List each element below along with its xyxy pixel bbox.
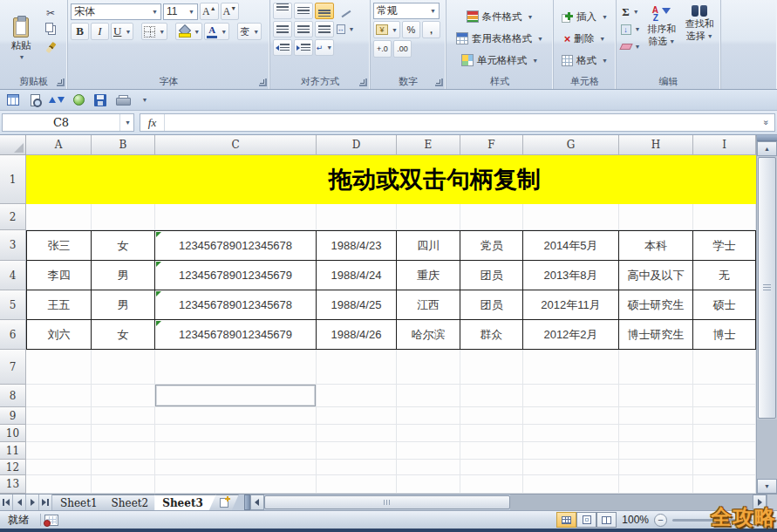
- cell-G11[interactable]: [523, 442, 619, 460]
- cell-C4[interactable]: 123456789012345679: [155, 261, 317, 290]
- alignment-dialog-launcher[interactable]: [359, 78, 367, 86]
- scroll-up-button[interactable]: ▲: [757, 141, 777, 156]
- qat-refresh-button[interactable]: [70, 92, 87, 109]
- delete-cells-button[interactable]: × 删除▼: [556, 29, 613, 49]
- sort-filter-button[interactable]: AZ 排序和 筛选▼: [644, 3, 680, 74]
- number-dialog-launcher[interactable]: [435, 78, 443, 86]
- row-header-11[interactable]: 11: [0, 442, 26, 460]
- align-middle-button[interactable]: [294, 3, 313, 19]
- row-header-9[interactable]: 9: [0, 407, 26, 425]
- cell-E3[interactable]: 四川: [397, 230, 460, 261]
- cell-B2[interactable]: [92, 204, 155, 230]
- row-header-8[interactable]: 8: [0, 385, 26, 407]
- borders-button[interactable]: ▼: [141, 23, 167, 40]
- grow-font-button[interactable]: A▲: [200, 3, 219, 20]
- cell-G5[interactable]: 2012年11月: [523, 290, 619, 320]
- increase-decimal-button[interactable]: +.0: [373, 40, 392, 58]
- font-size-combo[interactable]: 11 ▼: [163, 3, 198, 20]
- cell-H13[interactable]: [619, 475, 693, 494]
- cell-F13[interactable]: [460, 475, 523, 494]
- row-header-3[interactable]: 3: [0, 230, 26, 261]
- cell-F2[interactable]: [460, 204, 523, 230]
- cell-A2[interactable]: [26, 204, 92, 230]
- format-cells-button[interactable]: 格式▼: [556, 51, 613, 71]
- cell-F12[interactable]: [460, 460, 523, 475]
- split-handle[interactable]: [757, 135, 777, 141]
- formula-input[interactable]: [165, 114, 759, 131]
- wrap-text-button[interactable]: ↵▼: [315, 39, 334, 56]
- scroll-left-button[interactable]: [250, 494, 264, 510]
- sheet-tab-sheet3[interactable]: Sheet3: [154, 494, 216, 510]
- comma-style-button[interactable]: ,: [422, 21, 440, 38]
- name-box[interactable]: C8 ▼: [2, 113, 134, 132]
- fill-color-button[interactable]: ▼: [175, 23, 202, 40]
- cell-A7[interactable]: [26, 350, 92, 385]
- column-header-B[interactable]: B: [92, 135, 155, 155]
- number-format-combo[interactable]: 常规 ▼: [373, 3, 440, 19]
- cell-C11[interactable]: [155, 442, 317, 460]
- cell-F9[interactable]: [460, 407, 523, 425]
- cell-H5[interactable]: 硕士研究生: [619, 290, 693, 320]
- cell-I12[interactable]: [693, 460, 756, 475]
- align-right-button[interactable]: [315, 21, 334, 38]
- decrease-decimal-button[interactable]: .00: [393, 40, 412, 58]
- cell-G7[interactable]: [523, 350, 619, 385]
- cell-A4[interactable]: 李四: [26, 261, 92, 290]
- qat-print-button[interactable]: [113, 92, 131, 109]
- cell-A13[interactable]: [26, 475, 92, 494]
- cell-A12[interactable]: [26, 460, 92, 475]
- cell-D3[interactable]: 1988/4/23: [317, 230, 397, 261]
- accounting-format-button[interactable]: ¥▼: [373, 21, 400, 38]
- column-header-H[interactable]: H: [619, 135, 693, 155]
- cell-H6[interactable]: 博士研究生: [619, 320, 693, 350]
- row-header-13[interactable]: 13: [0, 475, 26, 494]
- cell-styles-button[interactable]: 单元格样式▼: [449, 51, 550, 71]
- name-box-dropdown[interactable]: ▼: [119, 114, 133, 131]
- cell-C10[interactable]: [155, 425, 317, 442]
- cell-E12[interactable]: [397, 460, 460, 475]
- increase-indent-button[interactable]: [294, 39, 313, 56]
- cell-D5[interactable]: 1988/4/25: [317, 290, 397, 320]
- qat-print-preview-button[interactable]: [26, 92, 44, 109]
- font-dialog-launcher[interactable]: [259, 78, 267, 86]
- cell-G9[interactable]: [523, 407, 619, 425]
- cell-E8[interactable]: [397, 385, 460, 407]
- column-header-I[interactable]: I: [693, 135, 756, 155]
- paste-button[interactable]: 粘贴 ▼: [3, 3, 39, 74]
- cell-D4[interactable]: 1988/4/24: [317, 261, 397, 290]
- qat-sort-button[interactable]: [48, 92, 65, 109]
- row-header-7[interactable]: 7: [0, 350, 26, 385]
- page-break-view-button[interactable]: [596, 512, 617, 528]
- conditional-formatting-button[interactable]: 条件格式▼: [449, 7, 550, 27]
- cell-B6[interactable]: 女: [92, 320, 155, 350]
- cell-H8[interactable]: [619, 385, 693, 407]
- column-header-E[interactable]: E: [397, 135, 460, 155]
- zoom-out-button[interactable]: −: [654, 514, 667, 527]
- row-header-5[interactable]: 5: [0, 290, 26, 320]
- cell-H7[interactable]: [619, 350, 693, 385]
- cell-A3[interactable]: 张三: [26, 230, 92, 261]
- cell-D6[interactable]: 1988/4/26: [317, 320, 397, 350]
- cell-I11[interactable]: [693, 442, 756, 460]
- cell-G10[interactable]: [523, 425, 619, 442]
- cell-A11[interactable]: [26, 442, 92, 460]
- cell-I4[interactable]: 无: [693, 261, 756, 290]
- copy-button[interactable]: [39, 22, 62, 38]
- cell-C13[interactable]: [155, 475, 317, 494]
- cell-D9[interactable]: [317, 407, 397, 425]
- qat-save-button[interactable]: [92, 92, 109, 109]
- column-header-C[interactable]: C: [155, 135, 317, 155]
- cell-E9[interactable]: [397, 407, 460, 425]
- cell-B9[interactable]: [92, 407, 155, 425]
- last-sheet-button[interactable]: [39, 494, 52, 510]
- cell-I2[interactable]: [693, 204, 756, 230]
- shrink-font-button[interactable]: A▼: [221, 3, 240, 20]
- cell-D13[interactable]: [317, 475, 397, 494]
- cell-H10[interactable]: [619, 425, 693, 442]
- cell-I6[interactable]: 博士: [693, 320, 756, 350]
- sheet-tab-sheet1[interactable]: Sheet1: [52, 494, 111, 510]
- cell-F4[interactable]: 团员: [460, 261, 523, 290]
- cell-H4[interactable]: 高中及以下: [619, 261, 693, 290]
- cell-D8[interactable]: [317, 385, 397, 407]
- row-header-4[interactable]: 4: [0, 261, 26, 290]
